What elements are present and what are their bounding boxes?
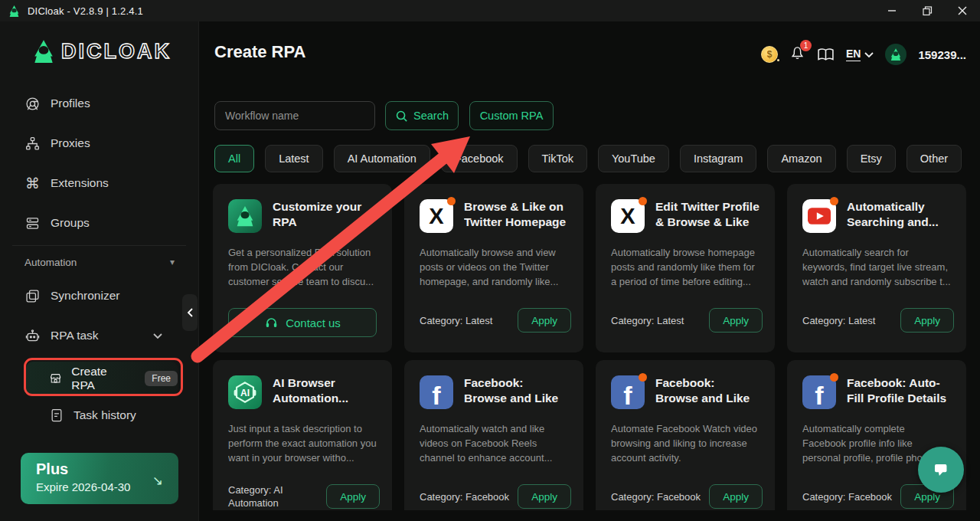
arrow-down-right-icon: ↘ bbox=[152, 473, 163, 489]
facebook-icon: f bbox=[802, 375, 836, 409]
apply-button[interactable]: Apply bbox=[518, 308, 571, 333]
plus-expire-date: Expire 2026-04-30 bbox=[36, 480, 163, 493]
card-title: Automatically Searching and... bbox=[847, 199, 951, 230]
docs-book-icon[interactable] bbox=[817, 48, 835, 62]
card-category: Category: Latest bbox=[420, 314, 492, 327]
card-category: Category: Facebook bbox=[802, 490, 892, 503]
dicloak-titlebar-icon bbox=[8, 5, 21, 18]
synchronizer-icon bbox=[24, 288, 41, 304]
new-badge-dot bbox=[639, 197, 647, 205]
search-button[interactable]: Search bbox=[385, 101, 459, 130]
sidebar-item-label: Extensions bbox=[51, 176, 109, 190]
apply-button[interactable]: Apply bbox=[900, 308, 954, 333]
chevron-down-icon bbox=[864, 51, 874, 58]
document-icon bbox=[49, 408, 64, 423]
robot-icon bbox=[24, 328, 41, 344]
search-button-label: Search bbox=[413, 110, 449, 122]
card-title: Facebook: Auto-Fill Profile Details bbox=[847, 375, 951, 406]
extensions-icon: ⌘ bbox=[24, 175, 41, 192]
sidebar-item-profiles[interactable]: Profiles bbox=[24, 90, 178, 117]
notifications-button[interactable]: 1 bbox=[789, 45, 805, 64]
card-description: Automatically browse and view posts or v… bbox=[420, 245, 568, 289]
sidebar-item-synchronizer[interactable]: Synchronizer bbox=[24, 282, 178, 310]
plus-title: Plus bbox=[36, 460, 163, 478]
svg-text:AI: AI bbox=[240, 388, 250, 398]
sidebar-item-label: Synchronizer bbox=[51, 289, 119, 303]
card-title: Customize your RPA bbox=[273, 199, 377, 230]
card-category: Category: Facebook bbox=[611, 490, 701, 503]
proxies-icon bbox=[24, 136, 41, 152]
logo-wordmark: DICLOAK bbox=[61, 40, 172, 64]
filter-other[interactable]: Other bbox=[906, 145, 962, 172]
new-badge-dot bbox=[830, 373, 838, 382]
search-icon bbox=[395, 110, 408, 123]
restore-button[interactable] bbox=[910, 0, 945, 21]
apply-button[interactable]: Apply bbox=[709, 308, 763, 333]
filter-tiktok[interactable]: TikTok bbox=[528, 145, 587, 172]
sidebar: DICLOAK Profiles Proxies ⌘ Extensions Gr… bbox=[0, 21, 199, 521]
apply-button[interactable]: Apply bbox=[326, 484, 380, 509]
dicloak-mask-icon bbox=[31, 38, 57, 64]
filter-etsy[interactable]: Etsy bbox=[847, 145, 896, 172]
chevron-down-icon bbox=[153, 333, 162, 339]
rpa-card-youtube-search: Automatically Searching and... Automatic… bbox=[787, 184, 966, 352]
rpa-card-facebook-videos: f Facebook: Browse and Like Videos i... … bbox=[596, 360, 775, 521]
language-code: EN bbox=[846, 48, 861, 61]
apply-button[interactable]: Apply bbox=[518, 484, 571, 509]
page-title: Create RPA bbox=[214, 42, 305, 62]
new-badge-dot bbox=[830, 197, 838, 205]
notification-badge: 1 bbox=[800, 40, 812, 51]
card-category: Category: Latest bbox=[802, 314, 875, 327]
card-title: Facebook: Browse and Like Videos i... bbox=[655, 375, 760, 406]
language-selector[interactable]: EN bbox=[846, 48, 874, 61]
card-title: Edit Twitter Profile & Browse & Like o..… bbox=[655, 199, 760, 230]
sidebar-item-task-history[interactable]: Task history bbox=[26, 401, 178, 429]
sidebar-item-label: Profiles bbox=[51, 97, 90, 110]
filter-facebook[interactable]: Facebook bbox=[441, 145, 518, 172]
rpa-card-facebook-profile: f Facebook: Auto-Fill Profile Details Au… bbox=[787, 360, 966, 521]
close-button[interactable] bbox=[945, 0, 980, 21]
category-filter-bar: All Latest AI Automation Facebook TikTok… bbox=[214, 145, 962, 172]
chevron-left-icon bbox=[187, 307, 194, 318]
apply-button[interactable]: Apply bbox=[709, 484, 763, 509]
filter-instagram[interactable]: Instagram bbox=[680, 145, 756, 172]
sidebar-item-create-rpa[interactable]: Create RPA Free bbox=[26, 362, 178, 395]
filter-latest[interactable]: Latest bbox=[265, 145, 323, 172]
sidebar-item-proxies[interactable]: Proxies bbox=[24, 129, 178, 157]
rpa-card-customize: Customize your RPA Get a personalized RP… bbox=[213, 184, 392, 352]
card-title: AI Browser Automation... bbox=[273, 375, 377, 406]
sidebar-item-label: Groups bbox=[51, 216, 90, 230]
rpa-card-twitter-browse: X Browse & Like on Twitter Homepage Auto… bbox=[404, 184, 583, 352]
account-avatar[interactable] bbox=[885, 44, 906, 65]
ai-automation-icon: AI bbox=[228, 375, 262, 409]
dicloak-mask-icon bbox=[889, 48, 903, 61]
window-title: DICloak - V2.8.9 | 1.2.4.1 bbox=[28, 5, 143, 17]
viewport-clip-strip bbox=[199, 510, 980, 521]
custom-rpa-button[interactable]: Custom RPA bbox=[469, 101, 554, 130]
sidebar-item-groups[interactable]: Groups bbox=[24, 209, 178, 237]
rpa-card-facebook-reels: f Facebook: Browse and Like Reels Automa… bbox=[404, 360, 583, 521]
coin-credits-icon[interactable]: $ bbox=[761, 46, 778, 63]
contact-us-button[interactable]: Contact us bbox=[228, 308, 377, 337]
sidebar-item-extensions[interactable]: ⌘ Extensions bbox=[24, 169, 178, 197]
sidebar-item-label: Create RPA bbox=[71, 365, 125, 392]
minimize-button[interactable] bbox=[874, 0, 910, 21]
chat-bubble-icon bbox=[929, 457, 953, 482]
contact-us-label: Contact us bbox=[286, 316, 341, 329]
plus-subscription-card[interactable]: Plus Expire 2026-04-30 ↘ bbox=[21, 453, 178, 504]
sidebar-collapse-button[interactable] bbox=[182, 294, 198, 331]
account-id: 159239... bbox=[918, 48, 966, 61]
filter-amazon[interactable]: Amazon bbox=[767, 145, 835, 172]
workflow-name-input[interactable] bbox=[214, 101, 375, 130]
facebook-icon: f bbox=[611, 375, 645, 409]
filter-ai-automation[interactable]: AI Automation bbox=[334, 145, 430, 172]
live-chat-button[interactable] bbox=[918, 447, 964, 493]
new-badge-dot bbox=[639, 373, 647, 382]
filter-youtube[interactable]: YouTube bbox=[598, 145, 669, 172]
sidebar-item-rpa-task[interactable]: RPA task bbox=[24, 322, 178, 349]
caret-down-icon: ▾ bbox=[170, 257, 175, 267]
rpa-card-twitter-edit-profile: X Edit Twitter Profile & Browse & Like o… bbox=[596, 184, 775, 352]
sidebar-section-automation[interactable]: Automation ▾ bbox=[24, 251, 175, 273]
filter-all[interactable]: All bbox=[214, 145, 254, 172]
sidebar-item-label: RPA task bbox=[51, 329, 99, 342]
